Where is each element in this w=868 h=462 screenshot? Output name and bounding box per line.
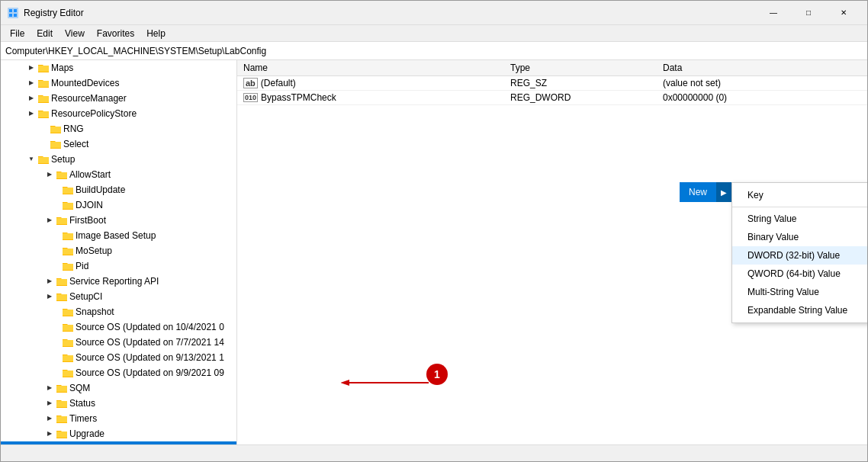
menubar: File Edit View Favorites Help (1, 25, 867, 42)
reg-name-default: (Default) (261, 78, 296, 88)
expand-timers[interactable]: ▶ (43, 412, 56, 425)
label-sourceos2: Source OS (Updated on 7/7/2021 14 (76, 335, 224, 349)
label-resourcepolicystore: ResourcePolicyStore (51, 107, 137, 120)
context-menu-dword[interactable]: DWORD (32-bit) Value (732, 246, 867, 265)
window-title: Registry Editor (24, 8, 756, 18)
folder-icon-rng (50, 123, 62, 135)
table-row[interactable]: 010 BypassTPMCheck REG_DWORD 0x00000000 … (237, 91, 867, 105)
tree-item-pid[interactable]: ▶ Pid (1, 258, 236, 274)
tree-item-allowstart[interactable]: ▶ AllowStart (1, 167, 236, 182)
tree-item-sourceos1[interactable]: ▶ Source OS (Updated on 10/4/2021 0 (1, 319, 236, 335)
label-snapshot: Snapshot (76, 305, 114, 319)
expand-mounteddevices[interactable]: ▶ (25, 77, 37, 89)
label-select: Select (63, 137, 88, 151)
label-setupci: SetupCI (69, 290, 102, 303)
folder-icon-resourcemanager (37, 92, 50, 104)
expand-firstboot[interactable]: ▶ (43, 214, 56, 226)
label-timers: Timers (69, 412, 97, 425)
context-menu-expandable[interactable]: Expandable String Value (732, 301, 867, 319)
reg-icon-default: ab (243, 78, 258, 88)
tree-item-snapshot[interactable]: ▶ Snapshot (1, 304, 236, 319)
minimize-button[interactable]: — (756, 1, 791, 25)
folder-icon-servicereporting (56, 275, 68, 287)
label-status: Status (69, 396, 95, 410)
expand-setup[interactable]: ▼ (25, 153, 37, 165)
menu-file[interactable]: File (4, 27, 31, 40)
context-menu-string[interactable]: String Value (732, 210, 867, 228)
tree-item-upgrade[interactable]: ▶ Upgrade (1, 426, 236, 441)
registry-editor-window: Registry Editor — □ ✕ File Edit View Fav… (0, 0, 868, 462)
titlebar-buttons: — □ ✕ (756, 1, 861, 25)
tree-item-resourcemanager[interactable]: ▶ ResourceManager (1, 91, 236, 106)
expand-setupci[interactable]: ▶ (43, 290, 56, 303)
folder-icon-setup (37, 153, 50, 165)
col-data: Data (657, 60, 867, 76)
tree-item-setupci[interactable]: ▶ SetupCI (1, 289, 236, 304)
tree-item-maps[interactable]: ▶ Maps (1, 60, 236, 75)
context-menu-area: New ▶ Key String Value Binary Value DWOR… (680, 182, 867, 323)
folder-icon-status (56, 397, 68, 409)
tree-item-mosetup[interactable]: ▶ MoSetup (1, 243, 236, 258)
expand-servicereporting[interactable]: ▶ (43, 275, 56, 287)
folder-icon-mosetup (62, 245, 74, 257)
tree-item-sourceos3[interactable]: ▶ Source OS (Updated on 9/13/2021 1 (1, 350, 236, 365)
menu-help[interactable]: Help (140, 27, 172, 40)
tree-item-sourceos4[interactable]: ▶ Source OS (Updated on 9/9/2021 09 (1, 365, 236, 380)
main-panel: Name Type Data ab (Default) REG_SZ (237, 60, 867, 444)
maximize-button[interactable]: □ (791, 1, 826, 25)
reg-icon-bypass: 010 (243, 93, 258, 102)
tree-item-setup[interactable]: ▼ Setup (1, 152, 236, 167)
context-menu-key[interactable]: Key (732, 186, 867, 204)
menu-favorites[interactable]: Favorites (91, 27, 140, 40)
tree-item-resourcepolicystore[interactable]: ▶ ResourcePolicyStore (1, 106, 236, 121)
expand-sqm[interactable]: ▶ (43, 382, 56, 394)
folder-icon-allowstart (56, 168, 68, 181)
expand-maps[interactable]: ▶ (25, 62, 37, 74)
folder-icon-djoin (62, 199, 74, 211)
tree-item-mounteddevices[interactable]: ▶ MountedDevices (1, 75, 236, 91)
expand-resourcepolicystore[interactable]: ▶ (25, 107, 37, 120)
tree-item-select[interactable]: ▶ Select (1, 136, 236, 152)
table-row[interactable]: ab (Default) REG_SZ (value not set) (237, 76, 867, 91)
tree-item-timers[interactable]: ▶ Timers (1, 411, 236, 426)
folder-icon-sourceos4 (62, 367, 74, 379)
new-button[interactable]: New (680, 182, 716, 202)
tree-item-servicereporting[interactable]: ▶ Service Reporting API (1, 274, 236, 289)
folder-icon-buildupdate (62, 184, 74, 196)
registry-table: Name Type Data ab (Default) REG_SZ (237, 60, 867, 105)
label-servicereporting: Service Reporting API (69, 274, 159, 288)
expand-status[interactable]: ▶ (43, 397, 56, 409)
menu-edit[interactable]: Edit (31, 27, 59, 40)
col-type: Type (504, 60, 657, 76)
label-rng: RNG (63, 122, 84, 136)
label-sourceos3: Source OS (Updated on 9/13/2021 1 (76, 351, 224, 364)
annotation-1-circle: 1 (426, 364, 448, 385)
expand-resourcemanager[interactable]: ▶ (25, 92, 37, 104)
context-menu: Key String Value Binary Value DWORD (32-… (731, 182, 867, 323)
folder-icon-select (50, 138, 62, 150)
folder-icon-resourcepolicystore (37, 107, 50, 120)
tree-item-imagebasedsetup[interactable]: ▶ Image Based Setup (1, 228, 236, 243)
context-menu-divider (732, 207, 867, 207)
menu-view[interactable]: View (59, 27, 91, 40)
label-mounteddevices: MountedDevices (51, 76, 119, 90)
context-menu-qword[interactable]: QWORD (64-bit) Value (732, 265, 867, 283)
expand-upgrade[interactable]: ▶ (43, 428, 56, 440)
new-button-arrow[interactable]: ▶ (716, 182, 731, 202)
app-icon (7, 7, 19, 19)
sidebar-tree[interactable]: ▶ Maps ▶ MountedDevices ▶ ResourceManage… (1, 60, 237, 444)
folder-icon-sourceos1 (62, 321, 74, 333)
expand-allowstart[interactable]: ▶ (43, 168, 56, 181)
label-mosetup: MoSetup (76, 244, 112, 258)
tree-item-status[interactable]: ▶ Status (1, 396, 236, 411)
tree-item-rng[interactable]: ▶ RNG (1, 121, 236, 136)
tree-item-firstboot[interactable]: ▶ FirstBoot (1, 213, 236, 228)
tree-item-djoin[interactable]: ▶ DJOIN (1, 197, 236, 213)
close-button[interactable]: ✕ (826, 1, 861, 25)
tree-item-buildupdate[interactable]: ▶ BuildUpdate (1, 182, 236, 197)
tree-item-sourceos2[interactable]: ▶ Source OS (Updated on 7/7/2021 14 (1, 335, 236, 350)
context-menu-multistring[interactable]: Multi-String Value (732, 283, 867, 301)
address-path: Computer\HKEY_LOCAL_MACHINE\SYSTEM\Setup… (5, 46, 266, 56)
context-menu-binary[interactable]: Binary Value (732, 228, 867, 246)
tree-item-sqm[interactable]: ▶ SQM (1, 380, 236, 396)
